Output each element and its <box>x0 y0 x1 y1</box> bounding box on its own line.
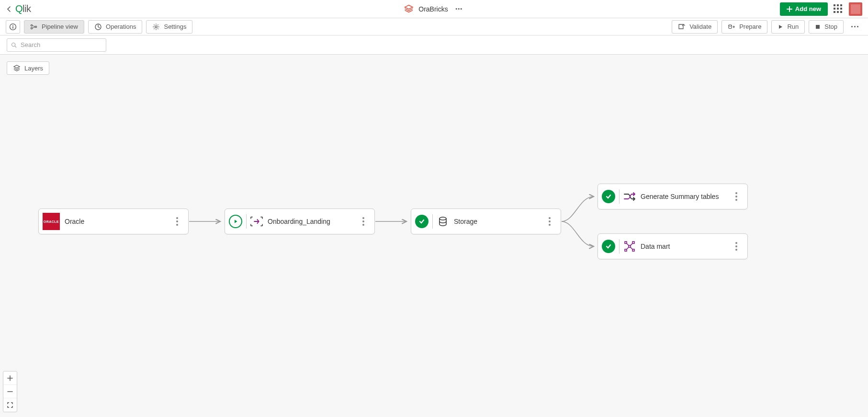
project-icon <box>403 4 414 14</box>
info-icon <box>9 23 17 31</box>
toolbar: Pipeline view Operations Settings Valida… <box>0 18 868 35</box>
node-label: Oracle <box>65 218 170 225</box>
search-field-wrap[interactable] <box>7 38 106 52</box>
svg-point-10 <box>12 43 15 46</box>
transform-icon <box>623 190 636 203</box>
svg-rect-16 <box>632 249 634 251</box>
zoom-fit-button[interactable] <box>3 398 17 412</box>
node-menu[interactable] <box>729 237 744 256</box>
pipeline-view-button[interactable]: Pipeline view <box>24 20 84 34</box>
node-label: Data mart <box>641 243 729 250</box>
user-avatar[interactable] <box>849 2 862 16</box>
search-input[interactable] <box>20 41 102 49</box>
search-bar <box>0 35 868 55</box>
svg-rect-9 <box>816 25 820 29</box>
prepare-button[interactable]: Prepare <box>721 20 767 34</box>
svg-point-4 <box>31 27 32 29</box>
node-menu[interactable] <box>356 212 371 231</box>
app-launcher-icon[interactable] <box>834 4 843 14</box>
node-menu[interactable] <box>729 187 744 206</box>
node-oracle[interactable]: ORACLE Oracle <box>38 208 189 234</box>
node-label: Onboarding_Landing <box>268 218 356 225</box>
zoom-out-button[interactable] <box>3 385 17 398</box>
play-icon <box>778 24 783 30</box>
pipeline-canvas[interactable]: Layers ORACLE Oracle <box>0 55 868 417</box>
status-check-icon <box>602 190 615 203</box>
project-more-menu[interactable] <box>453 5 465 12</box>
svg-rect-13 <box>625 242 627 243</box>
svg-rect-15 <box>625 249 627 251</box>
svg-point-3 <box>31 24 32 26</box>
node-menu[interactable] <box>170 212 184 231</box>
app-header: Qlik OraBricks Add new <box>0 0 868 18</box>
plus-icon <box>787 6 792 12</box>
operations-button[interactable]: Operations <box>88 20 143 34</box>
svg-point-11 <box>440 217 446 220</box>
project-name: OraBricks <box>418 5 448 13</box>
oracle-logo-icon: ORACLE <box>43 213 60 230</box>
qlik-logo: Qlik <box>15 3 31 14</box>
svg-point-7 <box>155 25 157 27</box>
status-check-icon <box>602 240 615 253</box>
settings-button[interactable]: Settings <box>146 20 192 34</box>
node-label: Storage <box>454 218 542 225</box>
datamart-icon <box>623 240 636 253</box>
gear-icon <box>152 23 160 31</box>
svg-rect-14 <box>632 242 634 243</box>
database-icon <box>437 215 449 228</box>
toolbar-more-menu[interactable] <box>847 26 862 27</box>
plus-icon <box>7 375 13 382</box>
back-button[interactable] <box>5 5 13 13</box>
svg-point-1 <box>12 25 13 26</box>
node-label: Generate Summary tables <box>641 193 729 200</box>
validate-button[interactable]: Validate <box>672 20 718 34</box>
validate-icon <box>678 23 686 31</box>
search-icon <box>11 42 17 48</box>
svg-rect-2 <box>12 26 13 28</box>
prepare-icon <box>728 23 735 31</box>
add-new-button[interactable]: Add new <box>780 2 828 16</box>
stop-icon <box>815 24 821 30</box>
zoom-in-button[interactable] <box>3 371 17 385</box>
svg-point-5 <box>35 26 36 27</box>
node-storage[interactable]: Storage <box>411 208 561 234</box>
node-onboarding-landing[interactable]: Onboarding_Landing <box>225 208 375 234</box>
run-button[interactable]: Run <box>771 20 805 34</box>
operations-icon <box>94 23 102 31</box>
svg-point-8 <box>729 24 732 26</box>
minus-icon <box>7 388 13 395</box>
pipeline-icon <box>30 23 38 31</box>
zoom-controls <box>3 371 17 412</box>
node-generate-summary-tables[interactable]: Generate Summary tables <box>597 184 748 209</box>
stop-button[interactable]: Stop <box>809 20 844 34</box>
landing-icon <box>250 215 263 228</box>
node-menu[interactable] <box>542 212 557 231</box>
fullscreen-icon <box>7 402 13 408</box>
status-play-icon <box>229 215 242 228</box>
status-check-icon <box>415 215 428 228</box>
info-button[interactable] <box>6 20 20 34</box>
node-data-mart[interactable]: Data mart <box>597 233 748 259</box>
svg-rect-12 <box>629 245 631 247</box>
